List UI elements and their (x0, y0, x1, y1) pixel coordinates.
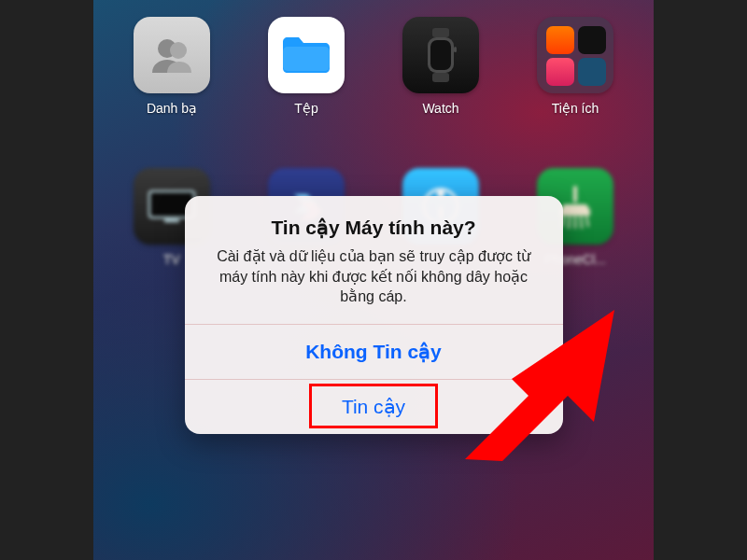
button-label: Tin cậy (342, 396, 405, 418)
phone-home-screen: Danh bạ Tệp (93, 0, 654, 560)
screenshot-frame: Danh bạ Tệp (0, 0, 747, 560)
alert-body: Tin cậy Máy tính này? Cài đặt và dữ liệu… (185, 196, 563, 324)
alert-title: Tin cậy Máy tính này? (205, 217, 543, 239)
dont-trust-button[interactable]: Không Tin cậy (185, 325, 563, 379)
button-label: Không Tin cậy (305, 341, 442, 363)
alert-message: Cài đặt và dữ liệu của bạn sẽ truy cập đ… (205, 246, 543, 307)
alert-backdrop: Tin cậy Máy tính này? Cài đặt và dữ liệu… (93, 0, 654, 560)
trust-computer-alert: Tin cậy Máy tính này? Cài đặt và dữ liệu… (185, 196, 563, 434)
trust-button[interactable]: Tin cậy (185, 380, 563, 434)
